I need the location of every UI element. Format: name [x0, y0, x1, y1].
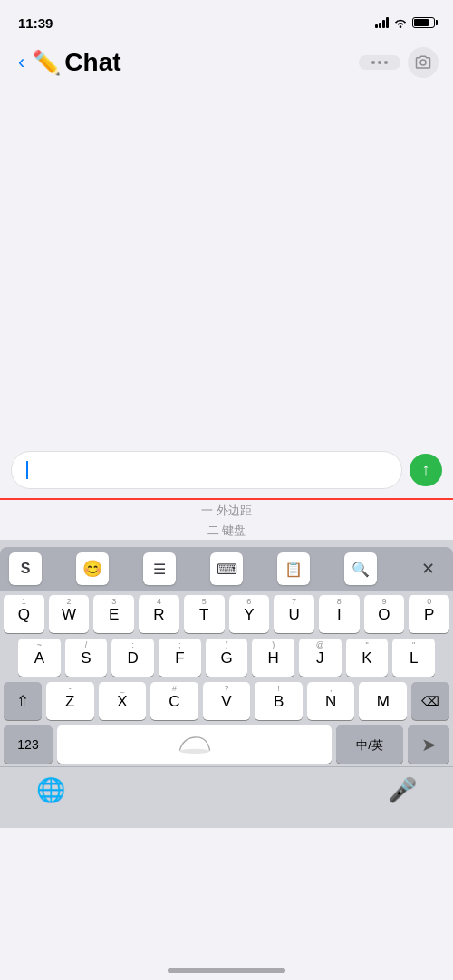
key-z[interactable]: -Z: [46, 682, 94, 720]
globe-button[interactable]: 🌐: [36, 776, 65, 804]
bottom-bar: 🌐 🎤: [0, 766, 453, 828]
key-b[interactable]: !B: [255, 682, 303, 720]
key-p[interactable]: 0P: [409, 595, 449, 633]
lang-key[interactable]: 中/英: [336, 725, 403, 764]
emoji-icon: 😊: [82, 559, 102, 579]
cursor: [26, 461, 28, 479]
swype-icon: S: [21, 561, 31, 577]
keyboard-toolbar: S 😊 ☰ ⌨ 📋 🔍 ✕: [0, 547, 453, 591]
keyboard-row-1: 1Q 2W 3E 4R 5T 6Y 7U 8I 9O 0P: [0, 592, 453, 636]
key-k[interactable]: "K: [346, 639, 389, 677]
send-button[interactable]: ↑: [410, 454, 442, 486]
clipboard-button[interactable]: 📋: [277, 552, 310, 585]
wifi-icon: [393, 17, 408, 28]
landscape-icon: [177, 735, 213, 754]
send-text-key[interactable]: ➤: [408, 725, 449, 764]
key-h[interactable]: )H: [252, 639, 294, 677]
delete-key[interactable]: ⌫: [411, 682, 449, 720]
key-g[interactable]: (G: [206, 639, 248, 677]
shift-key[interactable]: ⇧: [4, 682, 42, 720]
key-o[interactable]: 9O: [364, 595, 405, 633]
key-q[interactable]: 1Q: [4, 595, 44, 633]
key-w[interactable]: 2W: [49, 595, 90, 633]
keyboard-row-2: ~A /S :D ;F (G )H @J "K "L: [0, 636, 453, 679]
keyboard-switcher-button[interactable]: ⌨: [210, 552, 243, 585]
more-button[interactable]: [359, 55, 400, 70]
send-icon: ↑: [422, 460, 430, 479]
battery-icon: [412, 17, 435, 28]
key-f[interactable]: ;F: [159, 639, 201, 677]
camera-icon: [415, 54, 431, 71]
keyboard-label: 二 键盘: [0, 520, 453, 540]
clipboard-icon: 📋: [284, 561, 303, 578]
svg-point-1: [179, 749, 209, 754]
signal-bars-icon: [375, 17, 389, 28]
search-icon: 🔍: [352, 561, 370, 578]
close-icon: ✕: [421, 559, 435, 579]
key-l[interactable]: "L: [392, 639, 435, 677]
key-n[interactable]: ,N: [307, 682, 355, 720]
key-d[interactable]: :D: [111, 639, 154, 677]
outer-label: 一 外边距: [0, 500, 453, 520]
pencil-icon: ✏️: [32, 49, 61, 77]
key-y[interactable]: 6Y: [229, 595, 270, 633]
back-button[interactable]: ‹: [14, 51, 28, 74]
camera-button[interactable]: [408, 47, 439, 78]
key-e[interactable]: 3E: [93, 595, 134, 633]
key-u[interactable]: 7U: [274, 595, 314, 633]
send-text-icon: ➤: [421, 734, 437, 755]
key-j[interactable]: @J: [299, 639, 342, 677]
chat-area: [0, 89, 453, 442]
key-m[interactable]: M: [359, 682, 407, 720]
key-i[interactable]: 8I: [319, 595, 360, 633]
emoji-button[interactable]: 😊: [76, 552, 109, 585]
key-a[interactable]: ~A: [18, 639, 61, 677]
close-keyboard-button[interactable]: ✕: [411, 552, 444, 585]
home-indicator: [168, 968, 285, 973]
keyboard-bottom-row: 123 中/英 ➤: [0, 723, 453, 766]
num-key[interactable]: 123: [4, 725, 53, 764]
keyboard: S 😊 ☰ ⌨ 📋 🔍 ✕ 1Q 2W 3E 4R 5T 6Y 7U 8I 9O…: [0, 540, 453, 766]
menu-button[interactable]: ☰: [143, 552, 176, 585]
message-input[interactable]: [11, 451, 402, 489]
key-t[interactable]: 5T: [184, 595, 225, 633]
key-c[interactable]: #C: [150, 682, 198, 720]
svg-point-0: [420, 60, 426, 65]
keyboard-row-3: ⇧ -Z _X #C ?V !B ,N M ⌫: [0, 679, 453, 723]
search-button[interactable]: 🔍: [344, 552, 377, 585]
mic-button[interactable]: 🎤: [388, 776, 417, 804]
key-v[interactable]: ?V: [203, 682, 251, 720]
header: ‹ ✏️ Chat: [0, 40, 453, 89]
key-r[interactable]: 4R: [139, 595, 179, 633]
input-area: ↑: [0, 442, 453, 498]
swype-button[interactable]: S: [9, 552, 42, 585]
status-time: 11:39: [18, 15, 53, 31]
space-key[interactable]: [57, 725, 332, 764]
status-icons: [375, 17, 435, 28]
status-bar: 11:39: [0, 0, 453, 40]
menu-icon: ☰: [153, 561, 166, 578]
key-x[interactable]: _X: [99, 682, 147, 720]
page-title: Chat: [64, 48, 120, 77]
keyboard-icon: ⌨: [217, 561, 237, 578]
key-s[interactable]: /S: [65, 639, 108, 677]
